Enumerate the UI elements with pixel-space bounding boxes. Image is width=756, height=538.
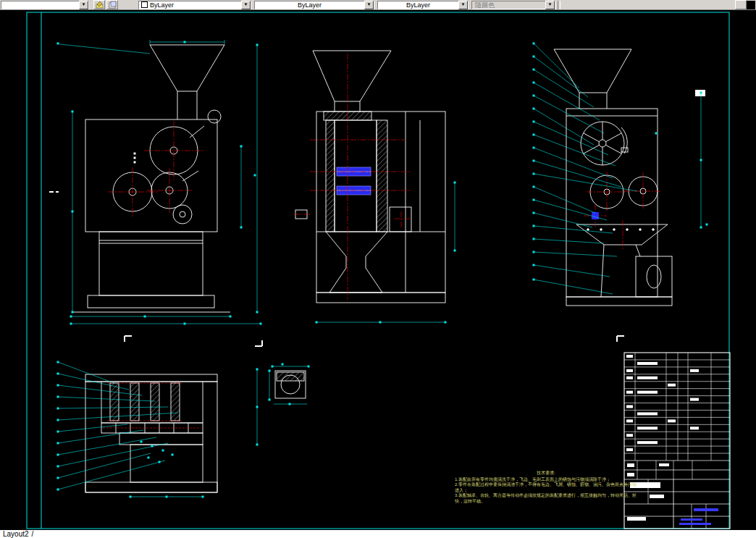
window-corner-block (747, 1, 755, 9)
side-view-selected-grip[interactable] (592, 212, 599, 219)
layer-current-icon (96, 1, 104, 9)
plotstyle-combo: 随颜色 ▼ (471, 1, 555, 9)
color-combo[interactable]: ByLayer ▼ (138, 1, 251, 9)
tab-divider: / (32, 530, 34, 538)
chevron-down-icon[interactable]: ▼ (241, 1, 251, 9)
lineweight-combo[interactable]: ByLayer ▼ (377, 1, 469, 9)
lineweight-combo-value: ByLayer (378, 1, 458, 9)
cad-drawing[interactable] (0, 10, 756, 529)
layout-tab[interactable]: Layout2 (3, 530, 29, 538)
technical-notes: 技术要求: 1.装配前所有零件均需清洗干净，飞边、毛刺工表面上的锈蚀与污物须清除… (455, 471, 637, 504)
section-view-centerlines (294, 54, 411, 300)
notes-line: 3.装配轴承、齿轮、离合器等传动件必须按规定的装配要求进行，相互接触均匀，转动灵… (455, 493, 637, 504)
side-view-centerlines (584, 172, 662, 249)
plan-section-leader-lines (57, 361, 179, 491)
notes-line: 1.装配前所有零件均需清洗干净，飞边、毛刺工表面上的锈蚀与污物须清除干净； (455, 477, 637, 483)
drawing-canvas[interactable]: 技术要求: 1.装配前所有零件均需清洗干净，飞边、毛刺工表面上的锈蚀与污物须清除… (0, 10, 756, 529)
chevron-down-icon[interactable]: ▼ (364, 1, 374, 9)
notes-title: 技术要求: (455, 471, 637, 476)
chevron-down-icon: ▼ (545, 1, 555, 9)
notes-line: 2.零件在装配过程中要保持清洁干净，不得有毛边、飞屑、锈蚀、脏物、油污、杂色斑点… (455, 482, 637, 493)
plotstyle-combo-value: 随颜色 (472, 1, 545, 9)
chevron-down-icon[interactable]: ▼ (458, 1, 468, 9)
grip-squares[interactable] (57, 41, 708, 498)
side-view[interactable] (554, 49, 705, 306)
layout-tabs-bar: Layout2 / (0, 529, 756, 538)
layer-previous-button[interactable] (106, 0, 118, 9)
detail-view[interactable] (275, 371, 306, 398)
section-view[interactable] (295, 51, 445, 303)
make-layer-current-button[interactable] (93, 0, 105, 9)
linetype-combo-value: ByLayer (255, 1, 364, 9)
side-view-leader-lines (533, 43, 638, 295)
front-view[interactable] (72, 45, 230, 312)
title-block (624, 353, 730, 529)
color-swatch (141, 1, 148, 8)
layers-icon (109, 1, 117, 9)
linetype-combo[interactable]: ByLayer ▼ (254, 1, 374, 9)
toolbar-button[interactable] (735, 0, 747, 9)
plan-section-view[interactable] (85, 374, 217, 492)
layer-combo[interactable]: ▼ (1, 1, 89, 9)
section-marks (49, 191, 624, 346)
color-combo-value: ByLayer (150, 1, 241, 9)
autocad-window: ▼ ByLayer ▼ ByLayer ▼ ByLayer ▼ (0, 0, 756, 538)
chevron-down-icon[interactable]: ▼ (79, 1, 88, 9)
toolbar-separator (558, 1, 560, 9)
object-properties-toolbar: ▼ ByLayer ▼ ByLayer ▼ ByLayer ▼ (0, 0, 756, 10)
